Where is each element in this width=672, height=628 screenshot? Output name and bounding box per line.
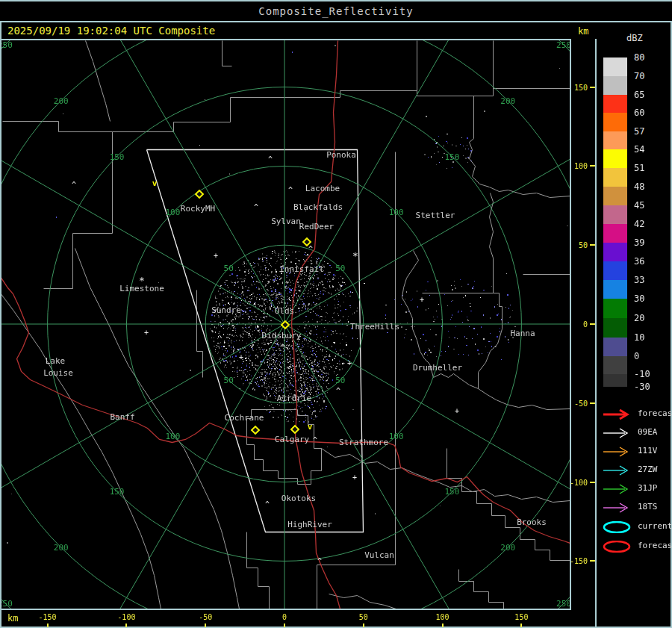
- city-label-rockymh: RockyMH: [181, 204, 215, 214]
- city-label-strathmore: Strathmore: [339, 438, 388, 447]
- caret-marker-icon: ^: [281, 343, 285, 352]
- ring-label-250: 250: [556, 40, 570, 49]
- colorbar-block: [603, 113, 627, 131]
- 18TS-arrow-icon: [602, 502, 635, 514]
- timestamp-label: 2025/09/19 19:02:04 UTC Composite: [7, 25, 215, 37]
- right-axis-tick: [590, 482, 595, 483]
- legend-label: forecast: [638, 541, 672, 550]
- bottom-axis-tick: [442, 624, 444, 627]
- 111V-arrow-icon: [602, 446, 635, 458]
- colorbar-title: dBZ: [626, 33, 643, 43]
- colorbar-value-label: 54: [634, 144, 644, 155]
- colorbar-value-label: 42: [634, 219, 644, 229]
- city-label-sundre: Sundre: [211, 305, 241, 315]
- bottom-axis-tick: [205, 624, 206, 627]
- legend-row-31JP: 31JP: [602, 482, 669, 495]
- city-label-stettler: Stettler: [416, 211, 455, 220]
- city-label-didsbury: Didsbury: [262, 331, 302, 341]
- caret-marker-icon: ^: [288, 186, 293, 194]
- vee-marker-icon: v: [152, 178, 158, 188]
- city-label-okotoks: Okotoks: [281, 494, 316, 503]
- caret-marker-icon: ^: [313, 436, 317, 444]
- right-axis-tick-label: 50: [579, 241, 588, 249]
- asterisk-marker-icon: *: [352, 250, 358, 261]
- right-axis-tick-label: -100: [570, 478, 588, 486]
- colorbar-block: [603, 224, 627, 243]
- colorbar-block: [603, 187, 627, 205]
- legend-label: current: [638, 521, 672, 531]
- 31JP-arrow-icon: [602, 483, 635, 495]
- bottom-axis-tick-label: -100: [117, 613, 135, 621]
- header-row: 2025/09/19 19:02:04 UTC Composite km: [1, 22, 671, 39]
- colorbar-value-label: 48: [634, 181, 644, 192]
- colorbar-value-label: 30: [634, 293, 644, 304]
- city-label-airdrie: Airdrie: [277, 394, 311, 403]
- city-label-vulcan: Vulcan: [364, 550, 394, 560]
- ring-label-100: 100: [165, 431, 180, 441]
- right-axis-tick-label: -150: [570, 557, 588, 565]
- legend-row-09EA: 09EA: [602, 426, 669, 439]
- colorbar-value-label: 80: [634, 52, 644, 63]
- legend-label: 09EA: [638, 427, 658, 437]
- 09EA-arrow-icon: [602, 427, 635, 439]
- caret-marker-icon: ^: [287, 365, 292, 373]
- right-axis-tick: [590, 87, 595, 88]
- ring-label-100: 100: [165, 208, 180, 217]
- colorbar-value-label: 70: [634, 71, 644, 81]
- colorbar-value-label: 39: [634, 237, 644, 248]
- colorbar-value-label: 33: [634, 275, 644, 285]
- current-ellipse-icon: [602, 521, 635, 533]
- legend-row-27ZW: 27ZW: [602, 463, 669, 476]
- bottom-axis-tick: [284, 624, 285, 627]
- ring-label-250: 250: [556, 599, 570, 609]
- caret-marker-icon: ^: [268, 155, 273, 164]
- bottom-axis-tick-label: 150: [514, 613, 528, 621]
- colorbar-block: [603, 76, 627, 95]
- colorbar-block: [603, 318, 627, 338]
- ring-label-150: 150: [444, 152, 459, 161]
- legend-label: 18TS: [638, 502, 658, 512]
- plus-marker-icon: +: [214, 252, 218, 260]
- colorbar-block: [603, 205, 627, 224]
- plus-marker-icon: +: [420, 296, 424, 304]
- plus-marker-icon: +: [347, 359, 352, 367]
- ring-label-200: 200: [54, 96, 69, 105]
- legend-row-forecast: forecast: [602, 539, 669, 553]
- city-label-blackfalds: Blackfalds: [293, 202, 343, 212]
- city-label-olds: Olds: [275, 306, 295, 316]
- city-label-lake: Lake: [46, 356, 66, 366]
- colorbar-sidebar: dBZ 807065605754514845423936333020100-10…: [597, 22, 671, 627]
- ring-label-200: 200: [500, 543, 515, 553]
- bottom-axis-tick: [520, 624, 522, 627]
- right-axis-tick-label: 0: [583, 320, 588, 329]
- city-label-louise: Louise: [43, 368, 73, 378]
- colorbar-block: [603, 131, 627, 149]
- colorbar-value-label: 57: [634, 126, 644, 137]
- legend-row-current: current: [602, 520, 669, 533]
- caret-marker-icon: ^: [265, 500, 270, 509]
- bottom-axis-unit-label: km: [7, 613, 18, 624]
- city-label-reddeer: RedDeer: [299, 222, 334, 231]
- colorbar-block: [603, 57, 627, 76]
- city-label-cochrane: Cochrane: [225, 413, 264, 423]
- city-label-calgary: Calgary: [275, 435, 309, 444]
- colorbar-value-label: 20: [634, 313, 644, 323]
- colorbar-block: [603, 168, 627, 187]
- caret-marker-icon: ^: [336, 387, 340, 395]
- ring-label-100: 100: [389, 208, 404, 217]
- colorbar-value-label: 45: [634, 200, 644, 211]
- ring-label-100: 100: [389, 431, 404, 441]
- city-label-ponoka: Ponoka: [326, 150, 356, 160]
- ring-label-50: 50: [335, 264, 345, 273]
- bottom-axis-tick-label: -150: [39, 613, 57, 621]
- city-label-drumheller: Drumheller: [413, 363, 462, 373]
- ring-label-50: 50: [224, 264, 234, 273]
- ring-label-200: 200: [500, 96, 515, 105]
- bottom-axis-tick: [47, 624, 49, 627]
- colorbar-block: [603, 299, 627, 318]
- city-label-banff: Banff: [110, 412, 134, 422]
- colorbar-block: [603, 374, 627, 387]
- right-axis-tick: [590, 560, 595, 562]
- colorbar-value-label: 65: [634, 90, 644, 100]
- colorbar-block: [603, 95, 627, 113]
